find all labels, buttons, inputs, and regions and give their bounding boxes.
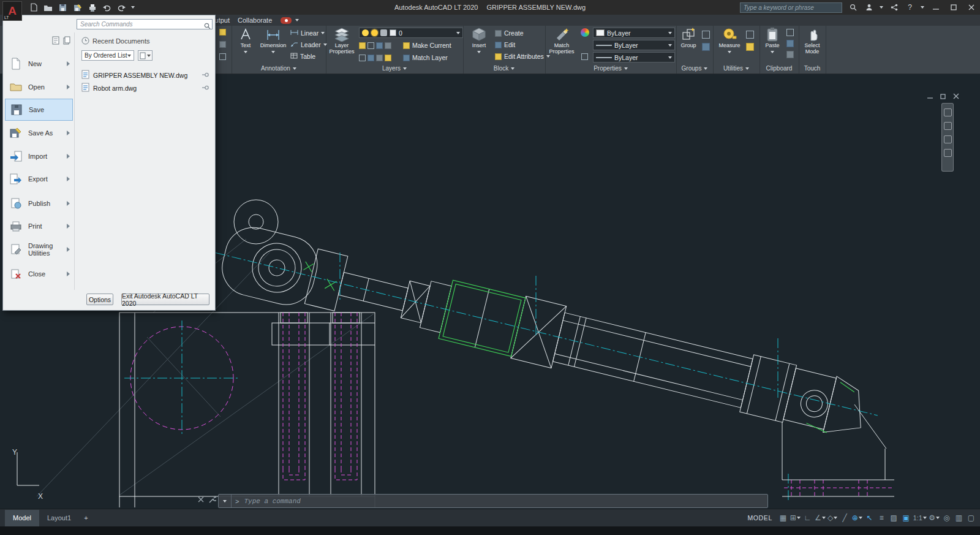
annotation-panel-label[interactable]: Annotation — [232, 64, 326, 73]
recent-doc-item[interactable]: Robot arm.dwg — [79, 82, 211, 94]
qat-save-icon[interactable] — [58, 2, 68, 13]
group-button[interactable]: Group — [677, 27, 699, 48]
spline-tool-icon[interactable] — [219, 53, 226, 60]
help-search-input[interactable] — [740, 2, 842, 13]
linetype-dropdown[interactable]: ByLayer — [593, 52, 675, 63]
leader-button[interactable]: Leader — [290, 39, 327, 50]
menu-item-print[interactable]: Print — [5, 215, 73, 237]
recent-documents-toggle-icon[interactable] — [51, 36, 60, 45]
utilities-panel-label[interactable]: Utilities — [713, 64, 760, 73]
object-color-dropdown[interactable]: ByLayer — [593, 28, 675, 38]
help-caret-icon[interactable] — [921, 6, 924, 9]
edit-block-button[interactable]: Edit — [495, 39, 515, 50]
grid-icon[interactable]: ▦ — [778, 512, 788, 524]
qat-redo-icon[interactable] — [116, 2, 127, 13]
orbit-icon[interactable] — [944, 149, 952, 157]
pan-icon[interactable] — [944, 122, 952, 130]
polyline-tool-icon[interactable] — [219, 41, 226, 48]
id-point-icon[interactable] — [746, 43, 754, 51]
ungroup-icon[interactable] — [702, 31, 710, 39]
command-options-caret-icon[interactable] — [219, 495, 232, 507]
menu-item-new[interactable]: New — [5, 53, 73, 75]
layer-lock-icon[interactable] — [385, 42, 391, 49]
minimize-button[interactable] — [930, 1, 942, 13]
groups-panel-label[interactable]: Groups — [676, 64, 713, 73]
recent-view-dropdown[interactable] — [138, 50, 153, 61]
new-layout-button[interactable]: + — [79, 510, 92, 526]
menu-item-import[interactable]: Import — [5, 145, 73, 167]
maximize-button[interactable] — [948, 1, 960, 13]
insert-button[interactable]: Insert — [467, 27, 491, 55]
clean-screen-icon[interactable]: ▢ — [966, 512, 976, 524]
properties-panel-label[interactable]: Properties — [545, 64, 676, 73]
model-space-label[interactable]: MODEL — [748, 514, 772, 522]
isolate-objects-icon[interactable]: ◎ — [941, 512, 952, 524]
open-documents-toggle-icon[interactable] — [62, 36, 71, 45]
command-close-icon[interactable] — [197, 496, 205, 503]
ortho-icon[interactable]: ∟ — [802, 512, 813, 524]
layer-properties-button[interactable]: Layer Properties — [327, 27, 356, 55]
menu-item-export[interactable]: Export — [5, 168, 73, 190]
featured-apps-icon[interactable] — [281, 17, 292, 24]
lineweight-dropdown[interactable]: ByLayer — [593, 40, 675, 50]
selection-cursor-icon[interactable]: ↖ — [864, 512, 875, 524]
close-button[interactable] — [965, 1, 978, 13]
layout1-tab[interactable]: Layout1 — [39, 510, 79, 526]
doc-close-icon[interactable] — [952, 92, 960, 100]
sign-in-caret-icon[interactable] — [880, 6, 883, 9]
group-edit-icon[interactable] — [702, 43, 710, 51]
tab-collaborate[interactable]: Collaborate — [234, 15, 276, 26]
share-icon[interactable] — [889, 2, 899, 13]
command-customize-wrench-icon[interactable] — [208, 496, 216, 504]
snap-icon[interactable]: ⊞ — [790, 512, 801, 524]
layer-walk-icon[interactable] — [385, 55, 391, 61]
color-wheel-icon[interactable] — [581, 28, 589, 37]
graphics-performance-icon[interactable]: ▥ — [954, 512, 964, 524]
model-tab[interactable]: Model — [5, 510, 39, 526]
doc-minimize-icon[interactable] — [926, 92, 934, 100]
menu-item-publish[interactable]: Publish — [5, 192, 73, 214]
paste-button[interactable]: Paste — [762, 27, 783, 55]
workspace-gear-icon[interactable]: ⚙ — [929, 512, 940, 524]
edit-attributes-button[interactable]: Edit Attributes — [495, 51, 550, 62]
hatch-tool-icon[interactable] — [219, 29, 226, 36]
application-menu-button[interactable]: A LT — [2, 1, 22, 21]
qat-customize-caret-icon[interactable] — [131, 6, 135, 9]
layer-unlock-all-icon[interactable] — [376, 55, 383, 61]
measure-button[interactable]: Measure — [717, 27, 742, 55]
layer-freeze-icon[interactable] — [376, 42, 383, 49]
recent-sort-dropdown[interactable]: By Ordered List — [81, 50, 134, 61]
sign-in-person-icon[interactable] — [864, 2, 874, 13]
select-mode-button[interactable]: Select Mode — [800, 27, 824, 55]
layer-isolate-icon[interactable] — [368, 42, 374, 49]
selection-cycling-icon[interactable]: ▣ — [901, 512, 911, 524]
lineweight-icon[interactable]: ≡ — [876, 512, 887, 524]
zoom-icon[interactable] — [944, 135, 952, 143]
polar-icon[interactable]: ∠ — [815, 512, 826, 524]
table-button[interactable]: Table — [290, 51, 315, 62]
menu-item-close[interactable]: Close — [5, 263, 73, 285]
layers-panel-label[interactable]: Layers — [326, 64, 463, 73]
help-icon[interactable]: ? — [905, 2, 915, 13]
match-layer-button[interactable]: Match Layer — [403, 52, 448, 63]
qat-undo-icon[interactable] — [102, 2, 112, 13]
command-input[interactable] — [243, 497, 767, 506]
doc-restore-icon[interactable] — [939, 92, 947, 100]
tab-overflow-caret-icon[interactable] — [295, 19, 299, 21]
menu-item-save-as[interactable]: Save As — [5, 122, 73, 144]
recent-doc-item[interactable]: GRIPPER ASSEMBLY NEW.dwg — [79, 69, 211, 81]
create-block-button[interactable]: Create — [495, 28, 524, 39]
otrack-icon[interactable]: ╱ — [840, 512, 850, 524]
copy-icon[interactable] — [786, 40, 794, 47]
pin-icon[interactable] — [202, 85, 209, 92]
steering-wheel-icon[interactable] — [944, 108, 952, 116]
block-panel-label[interactable]: Block — [463, 64, 545, 73]
qat-open-icon[interactable] — [43, 2, 53, 13]
paste-special-icon[interactable] — [786, 51, 794, 58]
qat-save-as-icon[interactable] — [72, 2, 83, 13]
layer-off-icon[interactable] — [359, 42, 366, 49]
quick-calc-icon[interactable] — [746, 31, 754, 39]
cut-icon[interactable] — [786, 29, 794, 36]
qat-new-icon[interactable] — [28, 2, 39, 13]
linear-button[interactable]: Linear — [290, 28, 325, 39]
